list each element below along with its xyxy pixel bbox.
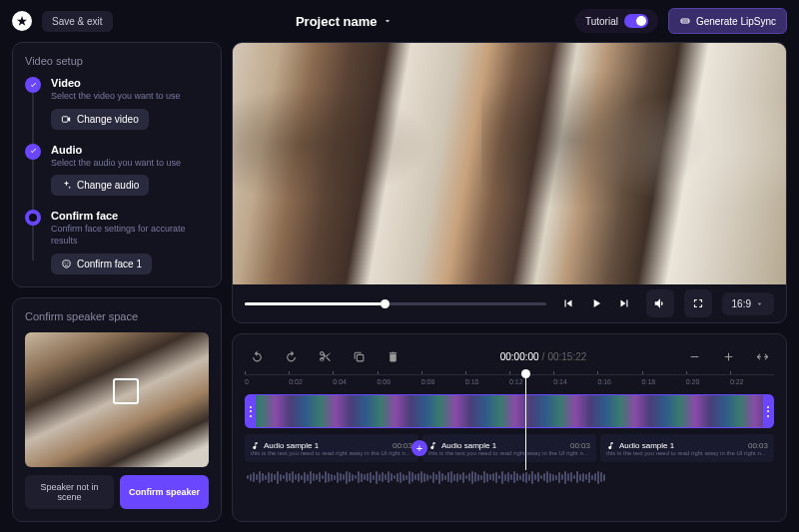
plus-icon — [722, 350, 735, 363]
fullscreen-icon — [691, 296, 705, 310]
video-frame[interactable] — [233, 43, 786, 284]
tutorial-toggle[interactable] — [624, 14, 648, 28]
video-track-clip[interactable] — [245, 394, 774, 428]
music-icon — [251, 441, 260, 450]
music-icon — [428, 441, 437, 450]
chevron-down-icon — [755, 299, 764, 308]
step-confirm-face: Confirm face Confirm face settings for a… — [25, 210, 209, 273]
audio-clip[interactable]: Audio sample 100:03this is the text you … — [600, 434, 774, 462]
step-desc: Select the audio you want to use — [51, 158, 209, 170]
minus-icon — [688, 350, 701, 363]
change-audio-button[interactable]: Change audio — [51, 175, 149, 196]
step-indicator-done — [25, 144, 41, 160]
project-title[interactable]: Project name — [296, 14, 393, 29]
ruler-tick: 0:18 — [642, 375, 686, 388]
cut-button[interactable] — [313, 344, 337, 368]
trash-icon — [387, 350, 400, 363]
ruler-tick: 0:10 — [465, 375, 509, 388]
waveform[interactable] — [245, 468, 774, 486]
step-title: Audio — [51, 144, 209, 156]
tutorial-label: Tutorial — [585, 16, 618, 27]
add-clip-button[interactable]: + — [411, 440, 427, 456]
project-name-text: Project name — [296, 14, 378, 29]
play-icon — [589, 296, 603, 310]
step-indicator-done — [25, 77, 41, 93]
video-setup-panel: Video setup Video Select the video you w… — [12, 42, 222, 287]
panel-title: Video setup — [25, 55, 209, 67]
speaker-not-in-scene-button[interactable]: Speaker not in scene — [25, 475, 114, 509]
panel-title: Confirm speaker space — [25, 310, 209, 322]
audio-clip[interactable]: Audio sample 100:03this is the text you … — [245, 434, 418, 462]
delete-button[interactable] — [381, 344, 404, 368]
change-video-button[interactable]: Change video — [51, 109, 149, 130]
undo-button[interactable] — [245, 344, 269, 368]
svg-rect-2 — [62, 116, 68, 122]
sparkle-icon — [61, 180, 72, 191]
topbar: Save & exit Project name Tutorial Genera… — [0, 0, 799, 42]
confirm-face-button[interactable]: Confirm face 1 — [51, 254, 152, 274]
play-button[interactable] — [584, 291, 608, 315]
ruler-tick: 0:22 — [730, 375, 774, 388]
svg-rect-3 — [357, 354, 364, 361]
timeline-ruler[interactable]: 00:020:040:060:080:100:120:140:160:180:2… — [245, 374, 774, 388]
tutorial-toggle-group: Tutorial — [575, 9, 658, 33]
step-indicator-active — [25, 210, 41, 226]
video-preview: 16:9 — [232, 42, 787, 323]
step-audio: Audio Select the audio you want to use C… — [25, 144, 209, 197]
scrubber[interactable] — [245, 302, 546, 305]
copy-icon — [353, 350, 366, 363]
volume-button[interactable] — [646, 289, 674, 317]
timeline-panel: 00:00:00/00:15:22 00:020:040:060:080:100… — [232, 333, 787, 522]
copy-button[interactable] — [347, 344, 371, 368]
step-title: Video — [51, 77, 209, 89]
audio-clip[interactable]: Audio sample 100:03this is the text you … — [422, 434, 596, 462]
ruler-tick: 0:12 — [509, 375, 553, 388]
ruler-tick: 0:20 — [686, 375, 730, 388]
audio-track: + Audio sample 100:03this is the text yo… — [245, 434, 774, 462]
save-exit-button[interactable]: Save & exit — [42, 11, 113, 32]
chevron-down-icon — [383, 16, 393, 26]
fullscreen-button[interactable] — [684, 289, 712, 317]
ruler-tick: 0:14 — [553, 375, 597, 388]
zoom-in-button[interactable] — [716, 344, 740, 368]
fit-button[interactable] — [750, 344, 774, 368]
ruler-tick: 0:16 — [597, 375, 641, 388]
confirm-speaker-button[interactable]: Confirm speaker — [120, 475, 209, 509]
lips-icon — [679, 15, 691, 27]
app-logo[interactable] — [12, 11, 32, 31]
video-icon — [61, 114, 72, 125]
timeline-time: 00:00:00/00:15:22 — [500, 351, 587, 362]
fit-width-icon — [756, 350, 769, 363]
ruler-tick: 0:06 — [378, 375, 421, 388]
music-icon — [606, 441, 615, 450]
mask-icon — [61, 259, 72, 269]
generate-lipsync-button[interactable]: Generate LipSync — [668, 8, 787, 34]
redo-icon — [285, 350, 298, 363]
aspect-ratio-select[interactable]: 16:9 — [722, 292, 774, 315]
ruler-tick: 0:02 — [289, 375, 333, 388]
playhead[interactable] — [525, 374, 526, 470]
player-controls: 16:9 — [233, 284, 786, 322]
skip-prev-icon — [561, 296, 575, 310]
ruler-tick: 0:04 — [333, 375, 377, 388]
step-desc: Select the video you want to use — [51, 91, 209, 103]
prev-button[interactable] — [556, 291, 580, 315]
volume-icon — [653, 296, 667, 310]
ruler-tick: 0:08 — [421, 375, 465, 388]
undo-icon — [251, 350, 264, 363]
next-button[interactable] — [612, 291, 636, 315]
speaker-panel: Confirm speaker space Speaker not in sce… — [12, 297, 222, 522]
skip-next-icon — [617, 296, 631, 310]
step-video: Video Select the video you want to use C… — [25, 77, 209, 130]
step-desc: Confirm face settings for accurate resul… — [51, 224, 209, 247]
zoom-out-button[interactable] — [682, 344, 706, 368]
scissors-icon — [319, 350, 332, 363]
speaker-thumbnail[interactable] — [25, 332, 209, 467]
ruler-tick: 0 — [245, 375, 289, 388]
redo-button[interactable] — [279, 344, 303, 368]
step-title: Confirm face — [51, 210, 209, 222]
